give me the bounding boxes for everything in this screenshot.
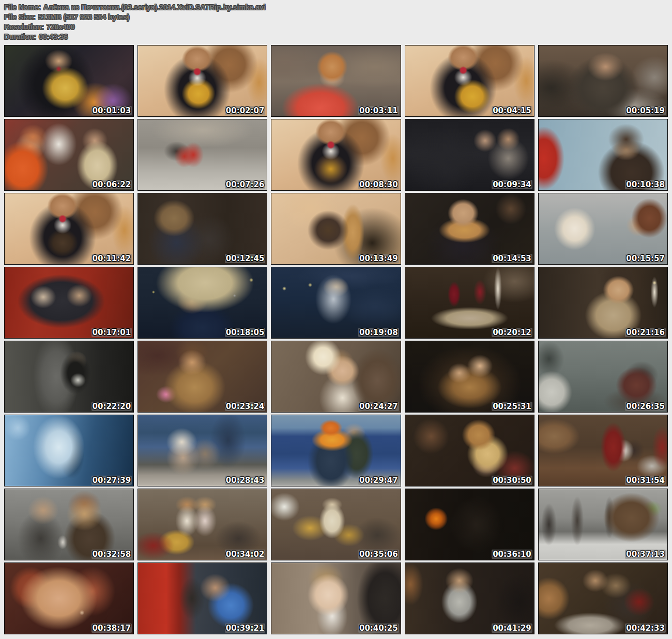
video-thumbnail: 00:05:19 xyxy=(538,45,668,117)
video-thumbnail: 00:21:16 xyxy=(538,267,668,339)
timestamp-overlay: 00:26:35 xyxy=(625,402,666,411)
video-thumbnail: 00:32:58 xyxy=(4,489,134,560)
video-thumbnail: 00:14:53 xyxy=(405,193,534,265)
timestamp-overlay: 00:21:16 xyxy=(625,328,666,337)
timestamp-overlay: 00:08:30 xyxy=(358,180,399,189)
thumbnail-grid: 00:01:03 00:02:07 00:03:11 00:04:15 00:0… xyxy=(4,45,668,634)
timestamp-overlay: 00:28:43 xyxy=(225,476,266,485)
resolution-label: Resolution: xyxy=(4,23,44,31)
video-thumbnail: 00:20:12 xyxy=(405,267,534,339)
duration-value: 00:43:36 xyxy=(39,33,68,41)
timestamp-overlay: 00:23:24 xyxy=(225,402,266,411)
resolution-line: Resolution:720x400 xyxy=(4,22,672,32)
file-size-label: File Size: xyxy=(4,13,36,21)
timestamp-overlay: 00:17:01 xyxy=(91,328,132,337)
file-name-label: File Name: xyxy=(4,3,41,11)
timestamp-overlay: 00:15:57 xyxy=(625,254,666,263)
video-thumbnail: 00:30:50 xyxy=(405,415,534,486)
video-thumbnail: 00:36:10 xyxy=(405,489,534,560)
timestamp-overlay: 00:25:31 xyxy=(492,402,532,411)
timestamp-overlay: 00:07:26 xyxy=(225,180,266,189)
timestamp-overlay: 00:20:12 xyxy=(492,328,532,337)
timestamp-overlay: 00:03:11 xyxy=(358,106,399,115)
timestamp-overlay: 00:12:45 xyxy=(225,254,266,263)
video-thumbnail: 00:37:13 xyxy=(538,489,668,560)
video-thumbnail: 00:18:05 xyxy=(138,267,267,339)
video-thumbnail: 00:03:11 xyxy=(271,45,401,117)
video-thumbnail: 00:39:21 xyxy=(138,562,267,634)
video-thumbnail: 00:08:30 xyxy=(271,119,401,191)
video-thumbnail: 00:35:06 xyxy=(271,489,401,560)
file-size-line: File Size:513MB (537 923 584 bytes) xyxy=(4,12,672,22)
timestamp-overlay: 00:18:05 xyxy=(225,328,266,337)
timestamp-overlay: 00:05:19 xyxy=(625,106,666,115)
timestamp-overlay: 00:09:34 xyxy=(492,180,532,189)
timestamp-overlay: 00:11:42 xyxy=(91,254,132,263)
timestamp-overlay: 00:42:33 xyxy=(625,623,666,633)
timestamp-overlay: 00:02:07 xyxy=(225,106,266,115)
video-thumbnail: 00:02:07 xyxy=(138,45,267,117)
file-name-value: Алёнка из Почитанки.(03.seriya).2014.Xvi… xyxy=(43,3,266,11)
file-name-line: File Name:Алёнка из Почитанки.(03.seriya… xyxy=(4,3,672,12)
video-thumbnail: 00:10:38 xyxy=(538,119,668,191)
timestamp-overlay: 00:29:47 xyxy=(358,476,399,485)
timestamp-overlay: 00:04:15 xyxy=(492,106,532,115)
timestamp-overlay: 00:32:58 xyxy=(91,550,132,559)
video-thumbnail: 00:40:25 xyxy=(271,562,401,634)
timestamp-overlay: 00:22:20 xyxy=(91,402,132,411)
timestamp-overlay: 00:27:39 xyxy=(91,476,132,485)
video-thumbnail: 00:09:34 xyxy=(405,119,534,191)
file-size-value: 513MB (537 923 584 bytes) xyxy=(38,13,130,21)
file-info-header: File Name:Алёнка из Почитанки.(03.seriya… xyxy=(0,0,672,42)
timestamp-overlay: 00:36:10 xyxy=(492,550,532,559)
video-thumbnail: 00:15:57 xyxy=(538,193,668,265)
video-thumbnail: 00:26:35 xyxy=(538,341,668,413)
video-thumbnail: 00:23:24 xyxy=(138,341,267,413)
resolution-value: 720x400 xyxy=(47,23,75,31)
video-thumbnail: 00:13:49 xyxy=(271,193,401,265)
timestamp-overlay: 00:19:08 xyxy=(358,328,399,337)
video-thumbnail: 00:07:26 xyxy=(138,119,267,191)
video-thumbnail: 00:28:43 xyxy=(138,415,267,486)
video-thumbnail: 00:11:42 xyxy=(4,193,134,265)
video-thumbnail: 00:34:02 xyxy=(138,489,267,560)
video-thumbnail: 00:41:29 xyxy=(405,562,534,634)
timestamp-overlay: 00:40:25 xyxy=(358,623,399,633)
timestamp-overlay: 00:35:06 xyxy=(358,550,399,559)
video-thumbnail: 00:06:22 xyxy=(4,119,134,191)
video-thumbnail: 00:17:01 xyxy=(4,267,134,339)
video-thumbnail: 00:22:20 xyxy=(4,341,134,413)
video-thumbnail: 00:04:15 xyxy=(405,45,534,117)
video-thumbnail: 00:24:27 xyxy=(271,341,401,413)
video-thumbnail: 00:27:39 xyxy=(4,415,134,486)
video-thumbnail: 00:25:31 xyxy=(405,341,534,413)
timestamp-overlay: 00:10:38 xyxy=(625,180,666,189)
video-thumbnail: 00:19:08 xyxy=(271,267,401,339)
video-thumbnail: 00:42:33 xyxy=(538,562,668,634)
duration-line: Duration:00:43:36 xyxy=(4,32,672,42)
timestamp-overlay: 00:37:13 xyxy=(625,550,666,559)
timestamp-overlay: 00:01:03 xyxy=(91,106,132,115)
timestamp-overlay: 00:30:50 xyxy=(492,476,532,485)
timestamp-overlay: 00:06:22 xyxy=(91,180,132,189)
timestamp-overlay: 00:39:21 xyxy=(225,623,266,633)
timestamp-overlay: 00:38:17 xyxy=(91,623,132,633)
duration-label: Duration: xyxy=(4,33,36,41)
timestamp-overlay: 00:41:29 xyxy=(492,623,532,633)
timestamp-overlay: 00:34:02 xyxy=(225,550,266,559)
timestamp-overlay: 00:24:27 xyxy=(358,402,399,411)
timestamp-overlay: 00:13:49 xyxy=(358,254,399,263)
video-thumbnail: 00:31:54 xyxy=(538,415,668,486)
video-thumbnail: 00:01:03 xyxy=(4,45,134,117)
video-thumbnail: 00:38:17 xyxy=(4,562,134,634)
video-thumbnail: 00:29:47 xyxy=(271,415,401,486)
video-thumbnail: 00:12:45 xyxy=(138,193,267,265)
timestamp-overlay: 00:14:53 xyxy=(492,254,532,263)
timestamp-overlay: 00:31:54 xyxy=(625,476,666,485)
